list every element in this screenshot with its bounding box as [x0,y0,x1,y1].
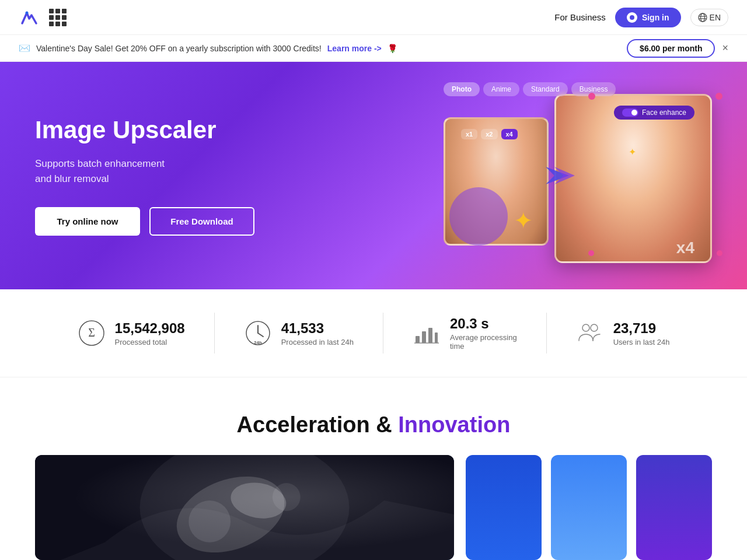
stat-number-24h: 41,533 [281,320,354,337]
hero-image-panel: Photo Anime Standard Business Face enhan… [397,62,747,289]
globe-icon [698,13,707,22]
circle-decoration [449,187,508,246]
language-button[interactable]: EN [690,9,728,26]
banner-message: Valentine's Day Sale! Get 20% OFF on a y… [36,44,322,53]
stat-label-total: Processed total [115,338,185,346]
after-image [554,94,712,263]
banner-emoji: 🌹 [388,44,397,53]
chart-icon [413,319,441,347]
star-decoration-large: ✦ [514,207,533,234]
showcase-card-1 [466,455,542,560]
svg-rect-16 [428,328,432,343]
svg-text:24h: 24h [254,340,262,345]
svg-marker-7 [554,167,575,184]
showcase-main-image [35,455,454,560]
users-icon [576,319,604,347]
stat-label-24h: Processed in last 24h [281,338,354,346]
tab-business: Business [571,82,616,96]
stat-number-users: 23,719 [613,320,670,337]
corner-dot-br [717,250,722,256]
stat-label-users: Users in last 24h [613,338,670,346]
lang-label: EN [710,13,721,22]
tab-anime: Anime [483,82,519,96]
price-button[interactable]: $6.00 per month [627,39,715,58]
corner-dot-tl [588,93,595,100]
acceleration-highlight: Innovation [398,412,510,437]
svg-point-2 [699,13,707,22]
banner-close-button[interactable]: × [722,42,728,54]
grid-icon[interactable] [49,9,67,26]
navbar-right: For Business Sign in EN [554,8,728,27]
free-download-button[interactable]: Free Download [149,207,254,236]
stat-number-avgtime: 20.3 s [450,316,517,332]
stat-text-avgtime: 20.3 s Average processingtime [450,316,517,351]
tab-standard: Standard [523,82,568,96]
scale-x2: x2 [481,129,497,139]
hero-content: Image Upscaler Supports batch enhancemen… [0,80,289,271]
svg-rect-15 [422,331,426,343]
sign-in-icon [627,12,637,23]
face-enhance-toggle [622,108,638,117]
showcase-overlay [35,455,454,560]
svg-rect-14 [416,336,420,343]
stat-users: 23,719 Users in last 24h [547,319,699,347]
scale-x4: x4 [501,129,518,139]
svg-marker-6 [546,167,569,184]
try-online-button[interactable]: Try online now [35,207,140,236]
banner-text-area: ✉️ Valentine's Day Sale! Get 20% OFF on … [19,43,397,54]
tab-photo: Photo [444,82,480,96]
star-decoration-small: ✦ [629,146,636,158]
arrow-decoration [543,158,578,193]
scale-badges: x1 x2 x4 [461,129,518,139]
sign-in-label: Sign in [642,13,669,22]
hero-section: Image Upscaler Supports batch enhancemen… [0,62,747,289]
svg-line-12 [258,333,263,337]
for-business-link[interactable]: For Business [554,12,606,22]
stats-bar: Σ 15,542,908 Processed total 24h 41,533 … [0,289,747,377]
stat-text-users: 23,719 Users in last 24h [613,320,670,346]
ui-mockup: Photo Anime Standard Business Face enhan… [414,71,729,281]
scale-x1: x1 [461,129,477,139]
after-face-visual [556,96,710,261]
stat-text-24h: 41,533 Processed in last 24h [281,320,354,346]
svg-point-1 [26,11,29,14]
navbar: For Business Sign in EN [0,0,747,35]
svg-text:Σ: Σ [88,326,95,339]
showcase-section [0,455,747,560]
acceleration-prefix: Acceleration & [237,412,399,437]
hero-buttons: Try online now Free Download [35,207,254,236]
stat-avg-time: 20.3 s Average processingtime [383,316,546,351]
face-enhance-label: Face enhance [642,108,686,117]
sigma-icon: Σ [78,319,106,347]
sign-in-button[interactable]: Sign in [615,8,681,27]
acceleration-section: Acceleration & Innovation [0,377,747,455]
promo-banner: ✉️ Valentine's Day Sale! Get 20% OFF on … [0,35,747,62]
corner-dot-bl [588,250,594,256]
showcase-card-2 [551,455,627,560]
svg-point-19 [582,324,589,331]
face-enhance-badge: Face enhance [614,106,694,120]
mockup-tabs: Photo Anime Standard Business [444,82,616,96]
before-image [444,117,549,246]
navbar-left [19,7,67,28]
stat-24h-processed: 24h 41,533 Processed in last 24h [215,319,383,347]
x4-label: x4 [676,239,694,257]
banner-right: $6.00 per month × [627,39,728,58]
hero-title: Image Upscaler [35,116,254,145]
stat-text-total: 15,542,908 Processed total [115,320,185,346]
svg-point-3 [700,13,704,22]
acceleration-title: Acceleration & Innovation [35,412,712,438]
before-face-visual [445,119,547,244]
svg-rect-17 [435,332,438,343]
stat-label-avgtime: Average processingtime [450,333,517,351]
stat-processed-total: Σ 15,542,908 Processed total [48,319,214,347]
email-icon: ✉️ [19,43,30,54]
corner-dot-tr [715,93,722,100]
showcase-card-3 [636,455,712,560]
showcase-cards [466,455,712,560]
stat-number-total: 15,542,908 [115,320,185,337]
logo-icon[interactable] [19,7,40,28]
svg-point-20 [591,324,598,331]
banner-link[interactable]: Learn more -> [327,44,382,53]
hero-subtitle: Supports batch enhancementand blur remov… [35,156,254,186]
